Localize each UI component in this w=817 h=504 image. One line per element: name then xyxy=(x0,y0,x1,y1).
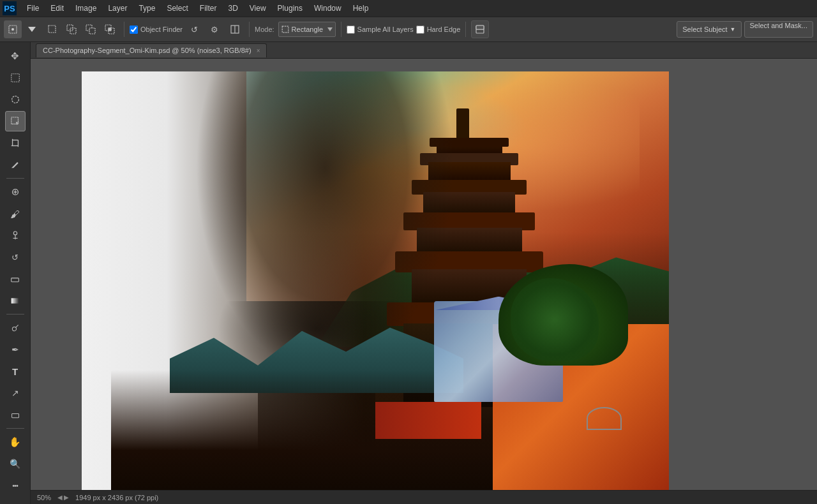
status-bar: 50% ◀ ▶ 1949 px x 2436 px (72 ppi) xyxy=(31,490,817,504)
menu-help[interactable]: Help xyxy=(348,3,374,14)
svg-point-1 xyxy=(11,28,14,31)
tool-lasso[interactable] xyxy=(5,89,26,110)
document-resize-btn[interactable] xyxy=(226,20,244,38)
menu-layer[interactable]: Layer xyxy=(103,3,132,14)
tool-dodge[interactable] xyxy=(5,318,26,338)
sidebar-divider-1 xyxy=(6,178,24,179)
tool-history-brush[interactable]: ↺ xyxy=(5,247,26,267)
tool-shape[interactable] xyxy=(5,404,26,425)
tool-brush[interactable]: 🖌 xyxy=(5,204,26,224)
menu-view[interactable]: View xyxy=(244,3,271,14)
tool-eraser[interactable] xyxy=(5,269,26,289)
tool-zoom[interactable]: 🔍 xyxy=(5,454,26,474)
toolbar: Object Finder ↺ ⚙ Mode: Rectangle Sample… xyxy=(0,17,817,42)
select-subject-label: Select Subject xyxy=(682,26,727,33)
svg-rect-16 xyxy=(11,74,19,82)
hard-edge-checkbox[interactable] xyxy=(416,26,424,34)
zoom-level: 50% xyxy=(37,494,51,501)
tool-crop[interactable] xyxy=(5,133,26,153)
object-finder-label: Object Finder xyxy=(140,26,183,33)
svg-point-17 xyxy=(11,96,19,103)
divider-3 xyxy=(341,22,341,37)
svg-rect-30 xyxy=(11,278,19,281)
hard-edge-group: Hard Edge xyxy=(416,26,461,34)
canvas-area: CC-Photography-Segment_Omi-Kim.psd @ 50%… xyxy=(31,42,817,504)
hard-edge-label: Hard Edge xyxy=(427,26,461,33)
object-finder-checkbox[interactable] xyxy=(130,26,138,34)
ps-logo: PS xyxy=(3,1,17,15)
menu-file[interactable]: File xyxy=(22,3,44,14)
menu-image[interactable]: Image xyxy=(70,3,101,14)
menu-type[interactable]: Type xyxy=(133,3,160,14)
tool-pen[interactable]: ✒ xyxy=(5,339,26,360)
menu-bar: PS File Edit Image Layer Type Select Fil… xyxy=(0,0,817,17)
tool-text[interactable]: T xyxy=(5,361,26,382)
menu-window[interactable]: Window xyxy=(309,3,347,14)
select-subject-arrow: ▼ xyxy=(730,26,736,33)
canvas-container[interactable]: 50% ◀ ▶ 1949 px x 2436 px (72 ppi) xyxy=(31,59,817,504)
intersect-selection-btn[interactable] xyxy=(101,20,119,38)
select-subject-btn[interactable]: Select Subject ▼ xyxy=(677,21,741,38)
sidebar-divider-2 xyxy=(6,314,24,315)
tab-bar: CC-Photography-Segment_Omi-Kim.psd @ 50%… xyxy=(31,42,817,59)
object-finder-group: Object Finder xyxy=(130,26,183,34)
tool-clone[interactable] xyxy=(5,225,26,246)
status-next-arrow[interactable]: ▶ xyxy=(64,494,69,501)
subtract-selection-btn[interactable] xyxy=(82,20,100,38)
svg-marker-19 xyxy=(15,122,19,125)
tool-arrow-dropdown[interactable] xyxy=(23,20,41,38)
menu-plugins[interactable]: Plugins xyxy=(273,3,308,14)
tool-spot-heal[interactable] xyxy=(5,182,26,202)
menu-select[interactable]: Select xyxy=(161,3,193,14)
mode-dropdown[interactable]: Rectangle xyxy=(278,22,336,37)
tool-path-select[interactable]: ↗ xyxy=(5,383,26,403)
svg-rect-31 xyxy=(11,298,19,303)
tool-eyedropper[interactable] xyxy=(5,154,26,175)
status-prev-arrow[interactable]: ◀ xyxy=(57,494,63,501)
svg-rect-15 xyxy=(476,26,484,29)
sample-all-layers-label: Sample All Layers xyxy=(357,26,414,33)
tool-object-select-sidebar[interactable] xyxy=(5,111,26,131)
settings-btn[interactable]: ⚙ xyxy=(206,20,223,38)
refresh-btn[interactable]: ↺ xyxy=(185,20,203,38)
main-area: ✥ xyxy=(0,42,817,504)
tool-more[interactable]: ••• xyxy=(5,475,26,496)
svg-line-33 xyxy=(15,325,18,327)
mode-selected: Rectangle xyxy=(292,26,325,33)
quick-tools-group xyxy=(43,20,119,38)
select-and-mask-btn[interactable]: Select and Mask... xyxy=(744,21,814,38)
svg-rect-6 xyxy=(89,28,95,34)
object-select-tool-btn[interactable] xyxy=(4,20,22,38)
tool-hand[interactable]: ✋ xyxy=(5,432,26,452)
tab-close-btn[interactable]: × xyxy=(257,47,260,54)
left-sidebar: ✥ xyxy=(0,42,31,504)
tool-marquee[interactable] xyxy=(5,68,26,88)
tool-mode-group xyxy=(4,20,41,38)
svg-rect-9 xyxy=(109,28,111,31)
divider-2 xyxy=(249,22,250,37)
tool-gradient[interactable] xyxy=(5,290,26,311)
menu-edit[interactable]: Edit xyxy=(45,3,69,14)
divider-4 xyxy=(465,22,466,37)
svg-rect-34 xyxy=(11,413,19,417)
add-selection-btn[interactable] xyxy=(63,20,80,38)
svg-rect-12 xyxy=(282,26,289,33)
svg-rect-2 xyxy=(49,26,56,33)
svg-rect-18 xyxy=(11,117,18,124)
divider-1 xyxy=(124,22,124,37)
tool-move[interactable]: ✥ xyxy=(5,46,26,66)
menu-filter[interactable]: Filter xyxy=(195,3,222,14)
mode-label: Mode: xyxy=(255,26,274,33)
menu-3d[interactable]: 3D xyxy=(223,3,243,14)
canvas-image xyxy=(82,71,669,504)
status-nav: ◀ ▶ xyxy=(57,494,69,501)
svg-point-27 xyxy=(13,232,17,235)
document-tab[interactable]: CC-Photography-Segment_Omi-Kim.psd @ 50%… xyxy=(36,43,267,57)
sample-all-layers-group: Sample All Layers xyxy=(347,26,414,34)
masks-btn[interactable] xyxy=(471,20,489,38)
new-selection-btn[interactable] xyxy=(43,20,61,38)
tab-title: CC-Photography-Segment_Omi-Kim.psd @ 50%… xyxy=(43,47,251,54)
sidebar-divider-3 xyxy=(6,428,24,429)
svg-point-32 xyxy=(12,327,16,330)
sample-all-layers-checkbox[interactable] xyxy=(347,26,355,34)
